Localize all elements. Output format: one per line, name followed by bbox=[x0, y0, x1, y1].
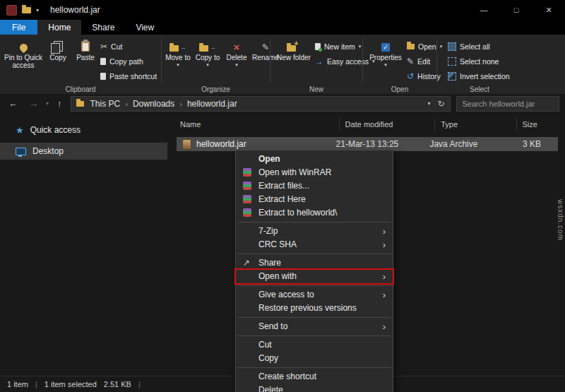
pin-to-quick-access-button[interactable]: Pin to Quick access bbox=[3, 37, 44, 69]
forward-button[interactable]: → bbox=[29, 98, 38, 109]
column-header-type[interactable]: Type bbox=[435, 118, 516, 131]
status-items-count: 1 item bbox=[7, 380, 28, 388]
menu-item-share[interactable]: ↗ Share bbox=[236, 256, 393, 270]
menu-label: Extract to helloworld\ bbox=[258, 208, 337, 218]
menu-item-open-with[interactable]: Open with › bbox=[236, 270, 393, 283]
select-none-button[interactable]: Select none bbox=[448, 55, 499, 67]
tab-file[interactable]: File bbox=[0, 20, 37, 35]
move-to-button[interactable]: → Move to ▾ bbox=[164, 37, 192, 68]
copy-path-button[interactable]: Copy path bbox=[100, 55, 143, 67]
column-header-date-modified[interactable]: Date modified bbox=[340, 118, 436, 131]
maximize-button[interactable]: □ bbox=[500, 0, 533, 20]
paste-icon bbox=[81, 41, 90, 52]
column-header-name[interactable]: Name bbox=[167, 118, 340, 131]
search-box bbox=[456, 96, 559, 112]
paste-button[interactable]: Paste bbox=[72, 37, 99, 61]
menu-label: Give access to bbox=[258, 290, 314, 299]
tab-view[interactable]: View bbox=[125, 20, 165, 35]
file-list-header: Name Date modified Type Size bbox=[167, 116, 561, 133]
breadcrumb-downloads[interactable]: Downloads bbox=[131, 99, 176, 109]
copy-to-icon bbox=[199, 45, 208, 52]
sidebar-item-desktop[interactable]: Desktop bbox=[0, 143, 167, 160]
new-folder-button[interactable]: + New folder bbox=[277, 37, 311, 61]
move-to-label: Move to bbox=[165, 54, 191, 61]
search-input[interactable] bbox=[461, 99, 554, 109]
submenu-chevron-icon: › bbox=[383, 320, 386, 333]
invert-selection-icon bbox=[448, 72, 456, 81]
paste-shortcut-button[interactable]: Paste shortcut bbox=[100, 70, 157, 82]
title-bar: ▾ helloworld.jar — □ × bbox=[0, 0, 565, 20]
back-button[interactable]: ← bbox=[8, 98, 18, 109]
menu-item-delete[interactable]: Delete bbox=[236, 384, 393, 392]
toolbar-caret-icon[interactable]: ▾ bbox=[36, 7, 39, 13]
menu-item-extract-here[interactable]: Extract Here bbox=[236, 193, 393, 206]
invert-selection-button[interactable]: Invert selection bbox=[448, 70, 510, 82]
address-bar[interactable]: This PC › Downloads › helloworld.jar ▾ ↻ bbox=[71, 96, 451, 112]
status-selection: 1 item selected bbox=[44, 380, 97, 388]
new-item-button[interactable]: New item ▾ bbox=[315, 40, 361, 52]
status-divider: | bbox=[35, 380, 37, 388]
menu-item-copy[interactable]: Copy bbox=[236, 352, 393, 365]
star-icon: ★ bbox=[16, 125, 24, 136]
tab-home[interactable]: Home bbox=[37, 20, 81, 35]
breadcrumb-this-pc[interactable]: This PC bbox=[89, 99, 122, 109]
breadcrumb-helloworld-jar[interactable]: helloworld.jar bbox=[186, 99, 239, 109]
file-row[interactable]: helloworld.jar 21-Mar-13 13:25 Java Arch… bbox=[177, 137, 558, 151]
app-icon bbox=[6, 5, 17, 16]
caret-down-icon: ▾ bbox=[359, 43, 362, 49]
menu-separator bbox=[237, 317, 391, 318]
minimize-button[interactable]: — bbox=[468, 0, 500, 20]
refresh-icon[interactable]: ↻ bbox=[437, 99, 444, 109]
menu-item-send-to[interactable]: Send to › bbox=[236, 320, 393, 333]
file-date-modified: 21-Mar-13 13:25 bbox=[331, 139, 424, 149]
copy-button[interactable]: Copy bbox=[45, 37, 71, 61]
menu-item-crc-sha[interactable]: CRC SHA › bbox=[236, 238, 393, 251]
ribbon-separator bbox=[362, 39, 363, 83]
cut-button[interactable]: ✂ Cut bbox=[100, 40, 122, 52]
context-menu: Open Open with WinRAR Extract files... E… bbox=[235, 150, 393, 392]
quick-access-label: Quick access bbox=[30, 125, 81, 135]
select-all-button[interactable]: Select all bbox=[448, 40, 490, 52]
delete-button[interactable]: × Delete ▾ bbox=[223, 37, 250, 68]
history-button[interactable]: ↺ History bbox=[407, 70, 441, 82]
easy-access-button[interactable]: → Easy access ▾ bbox=[315, 55, 374, 67]
rename-icon: ✎ bbox=[262, 43, 269, 52]
menu-item-create-shortcut[interactable]: Create shortcut bbox=[236, 370, 393, 384]
menu-item-open[interactable]: Open bbox=[236, 153, 393, 166]
menu-item-7-zip[interactable]: 7-Zip › bbox=[236, 225, 393, 238]
file-type: Java Archive bbox=[424, 139, 504, 149]
menu-item-open-with-winrar[interactable]: Open with WinRAR bbox=[236, 166, 393, 179]
file-size: 3 KB bbox=[504, 139, 558, 149]
menu-separator bbox=[237, 367, 391, 368]
address-dropdown-icon[interactable]: ▾ bbox=[427, 100, 430, 107]
menu-item-cut[interactable]: Cut bbox=[236, 338, 393, 352]
new-group-label: New bbox=[270, 85, 362, 93]
up-button[interactable]: ↑ bbox=[57, 98, 62, 109]
menu-label: Open bbox=[258, 154, 280, 164]
menu-item-give-access-to[interactable]: Give access to › bbox=[236, 288, 393, 302]
menu-label: Create shortcut bbox=[258, 372, 316, 381]
column-header-size[interactable]: Size bbox=[517, 118, 561, 131]
address-folder-icon bbox=[76, 101, 84, 107]
folder-icon[interactable] bbox=[22, 7, 31, 13]
scissors-icon: ✂ bbox=[100, 42, 107, 51]
edit-button[interactable]: ✎ Edit bbox=[407, 55, 430, 67]
menu-item-extract-files[interactable]: Extract files... bbox=[236, 179, 393, 193]
invert-selection-label: Invert selection bbox=[460, 72, 510, 81]
tab-share[interactable]: Share bbox=[81, 20, 125, 35]
submenu-chevron-icon: › bbox=[383, 288, 386, 302]
ribbon-separator bbox=[436, 39, 437, 83]
sidebar-item-quick-access[interactable]: ★ Quick access bbox=[0, 121, 167, 138]
menu-item-restore-previous-versions[interactable]: Restore previous versions bbox=[236, 302, 393, 315]
menu-item-extract-to-folder[interactable]: Extract to helloworld\ bbox=[236, 206, 393, 220]
copy-to-button[interactable]: → Copy to ▾ bbox=[194, 37, 222, 68]
copy-arrow-icon: → bbox=[210, 43, 216, 52]
ribbon-separator bbox=[161, 39, 162, 83]
close-button[interactable]: × bbox=[533, 0, 565, 20]
properties-button[interactable]: ✓ Properties ▾ bbox=[367, 37, 404, 68]
recent-locations-button[interactable]: ▾ bbox=[46, 100, 49, 107]
share-icon: ↗ bbox=[243, 256, 250, 270]
watermark: wsxdn.com bbox=[557, 199, 564, 241]
copy-path-label: Copy path bbox=[109, 57, 143, 66]
delete-icon: × bbox=[234, 43, 240, 52]
